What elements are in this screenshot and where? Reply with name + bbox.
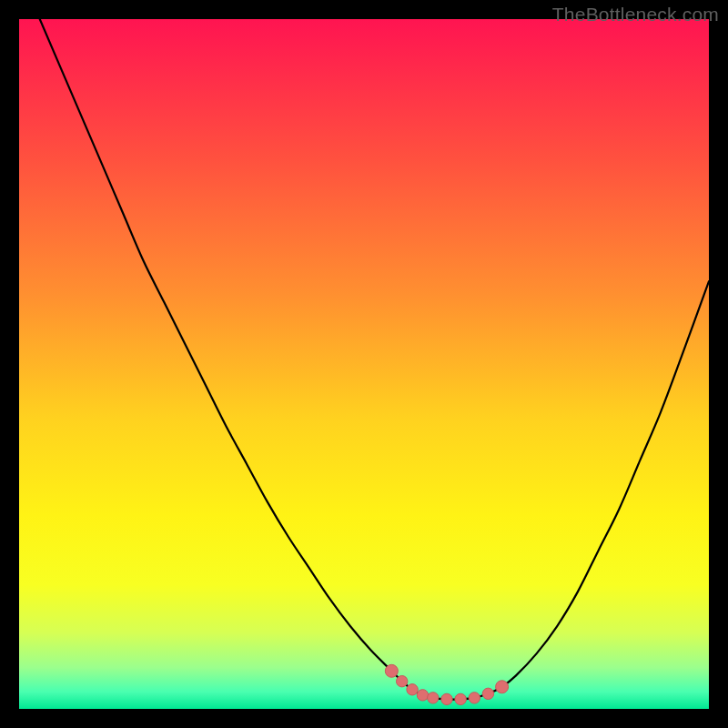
plot-area [19, 19, 709, 709]
marker-point [482, 688, 493, 699]
marker-point [455, 693, 466, 704]
chart-stage: TheBottleneck.com [0, 0, 728, 728]
marker-point [417, 690, 428, 701]
curve-layer [19, 19, 709, 709]
highlight-markers [385, 664, 508, 704]
marker-point [441, 693, 452, 704]
marker-point [407, 684, 418, 695]
marker-point [496, 681, 509, 693]
marker-point [469, 693, 480, 703]
marker-point [385, 664, 398, 677]
watermark-text: TheBottleneck.com [552, 4, 719, 25]
marker-point [396, 675, 407, 686]
bottleneck-curve [19, 19, 709, 700]
marker-point [428, 693, 439, 703]
